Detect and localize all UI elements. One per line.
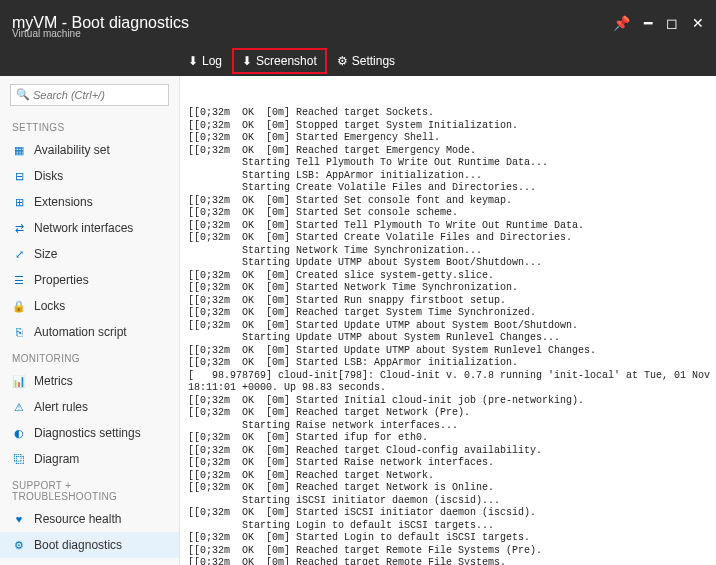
screenshot-button[interactable]: ⬇ Screenshot: [232, 48, 327, 74]
gear-icon: ⚙: [337, 54, 348, 68]
console-lines: [[0;32m OK [0m] Reached target Sockets. …: [188, 107, 708, 565]
sidebar-item-boot-diagnostics[interactable]: ⚙Boot diagnostics: [0, 532, 179, 558]
sidebar: 🔍 SETTINGS ▦Availability set ⊟Disks ⊞Ext…: [0, 76, 180, 565]
download-icon: ⬇: [242, 54, 252, 68]
availability-icon: ▦: [12, 143, 26, 157]
sidebar-item-label: Network interfaces: [34, 221, 133, 235]
sidebar-item-locks[interactable]: 🔒Locks: [0, 293, 179, 319]
diag-icon: ◐: [12, 426, 26, 440]
sidebar-item-label: Diagram: [34, 452, 79, 466]
alert-icon: ⚠: [12, 400, 26, 414]
properties-icon: ☰: [12, 273, 26, 287]
close-icon[interactable]: ✕: [692, 15, 704, 31]
sidebar-item-label: Properties: [34, 273, 89, 287]
minimize-icon[interactable]: ━: [644, 15, 652, 31]
lock-icon: 🔒: [12, 299, 26, 313]
sidebar-item-label: Extensions: [34, 195, 93, 209]
sidebar-item-availability[interactable]: ▦Availability set: [0, 137, 179, 163]
sidebar-item-label: Automation script: [34, 325, 127, 339]
metrics-icon: 📊: [12, 374, 26, 388]
console-output: [[0;32m OK [0m] Reached target Sockets. …: [180, 76, 716, 565]
sidebar-item-properties[interactable]: ☰Properties: [0, 267, 179, 293]
sidebar-item-reset-password[interactable]: ✱Reset password: [0, 558, 179, 565]
diagram-icon: ⿻: [12, 452, 26, 466]
download-icon: ⬇: [188, 54, 198, 68]
search-container: 🔍: [10, 84, 169, 106]
section-monitoring: MONITORING: [0, 345, 179, 368]
settings-button[interactable]: ⚙ Settings: [329, 50, 403, 72]
health-icon: ♥: [12, 512, 26, 526]
sidebar-item-label: Alert rules: [34, 400, 88, 414]
blade-header: myVM - Boot diagnostics Virtual machine …: [0, 0, 716, 46]
sidebar-item-resource-health[interactable]: ♥Resource health: [0, 506, 179, 532]
boot-icon: ⚙: [12, 538, 26, 552]
screenshot-label: Screenshot: [256, 54, 317, 68]
log-label: Log: [202, 54, 222, 68]
maximize-icon[interactable]: ◻: [666, 15, 678, 31]
size-icon: ⤢: [12, 247, 26, 261]
sidebar-item-alerts[interactable]: ⚠Alert rules: [0, 394, 179, 420]
sidebar-item-label: Metrics: [34, 374, 73, 388]
sidebar-item-label: Boot diagnostics: [34, 538, 122, 552]
search-input[interactable]: [10, 84, 169, 106]
sidebar-item-label: Resource health: [34, 512, 121, 526]
settings-label: Settings: [352, 54, 395, 68]
sidebar-item-size[interactable]: ⤢Size: [0, 241, 179, 267]
extensions-icon: ⊞: [12, 195, 26, 209]
section-settings: SETTINGS: [0, 114, 179, 137]
sidebar-item-label: Diagnostics settings: [34, 426, 141, 440]
sidebar-item-label: Locks: [34, 299, 65, 313]
disks-icon: ⊟: [12, 169, 26, 183]
sidebar-item-automation[interactable]: ⎘Automation script: [0, 319, 179, 345]
sidebar-item-metrics[interactable]: 📊Metrics: [0, 368, 179, 394]
section-support: SUPPORT + TROUBLESHOOTING: [0, 472, 179, 506]
pin-icon[interactable]: 📌: [613, 15, 630, 31]
sidebar-item-label: Disks: [34, 169, 63, 183]
sidebar-item-diagram[interactable]: ⿻Diagram: [0, 446, 179, 472]
log-button[interactable]: ⬇ Log: [180, 50, 230, 72]
toolbar: ⬇ Log ⬇ Screenshot ⚙ Settings: [0, 46, 716, 76]
sidebar-item-diagnostics-settings[interactable]: ◐Diagnostics settings: [0, 420, 179, 446]
sidebar-item-label: Availability set: [34, 143, 110, 157]
sidebar-item-nics[interactable]: ⇄Network interfaces: [0, 215, 179, 241]
page-subtitle: Virtual machine: [12, 28, 81, 39]
search-icon: 🔍: [16, 88, 30, 101]
script-icon: ⎘: [12, 325, 26, 339]
sidebar-item-disks[interactable]: ⊟Disks: [0, 163, 179, 189]
network-icon: ⇄: [12, 221, 26, 235]
sidebar-item-label: Size: [34, 247, 57, 261]
sidebar-item-extensions[interactable]: ⊞Extensions: [0, 189, 179, 215]
